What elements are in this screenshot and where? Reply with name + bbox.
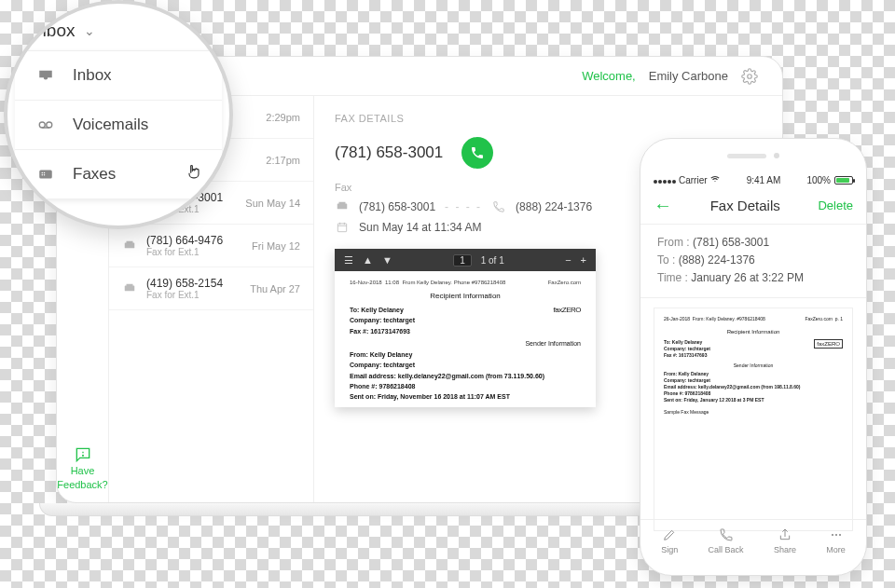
user-name: Emily Carbone bbox=[649, 69, 728, 83]
faxzero-logo: faxZERO bbox=[554, 306, 581, 316]
doc-sidebar-icon[interactable]: ☰ bbox=[344, 254, 353, 267]
svg-point-16 bbox=[39, 122, 45, 128]
feedback-label: Have Feedback? bbox=[57, 465, 107, 489]
fax-icon bbox=[122, 282, 137, 295]
inbox-dropdown-menu: Inbox Voicemails Faxes bbox=[15, 50, 222, 199]
svg-point-19 bbox=[42, 172, 44, 174]
phone-hardware-top bbox=[640, 139, 866, 172]
phone-title: Fax Details bbox=[710, 198, 780, 213]
doc-page-up-icon[interactable]: ▲ bbox=[363, 254, 373, 266]
signal-icon bbox=[654, 175, 677, 185]
magnifier-overlay: Inbox ⌄ Inbox Voicemails Faxes bbox=[4, 0, 233, 229]
list-number: (781) 664-9476 bbox=[146, 234, 223, 247]
phone-status-bar: Carrier 9:41 AM 100% bbox=[640, 172, 866, 187]
fax-document-preview[interactable]: ☰ ▲ ▼ 1 1 of 1 − + 16-Nov-2018 bbox=[335, 249, 596, 407]
welcome-text: Welcome, bbox=[582, 69, 636, 83]
fax-icon bbox=[122, 239, 137, 253]
svg-point-2 bbox=[82, 456, 83, 457]
detail-datetime: Sun May 14 at 11:34 AM bbox=[359, 221, 481, 234]
chevron-down-icon: ⌄ bbox=[84, 23, 95, 38]
gear-icon[interactable] bbox=[741, 68, 758, 85]
list-number: (419) 658-2154 bbox=[146, 277, 223, 290]
carrier-label: Carrier bbox=[679, 175, 708, 185]
battery-icon bbox=[834, 176, 853, 185]
fax-icon bbox=[34, 166, 58, 183]
pencil-icon bbox=[661, 527, 678, 542]
list-time: 2:17pm bbox=[266, 155, 300, 166]
tab-sign[interactable]: Sign bbox=[661, 527, 678, 554]
svg-rect-12 bbox=[127, 283, 133, 285]
feedback-icon bbox=[74, 445, 92, 460]
more-icon bbox=[828, 527, 845, 542]
back-button[interactable]: ← bbox=[654, 195, 672, 216]
phone-tab-bar: Sign Call Back Share More bbox=[640, 519, 866, 562]
svg-point-17 bbox=[47, 122, 52, 128]
detail-section-title: FAX DETAILS bbox=[335, 113, 762, 124]
feedback-link[interactable]: Have Feedback? bbox=[56, 434, 112, 502]
svg-point-0 bbox=[748, 74, 752, 78]
svg-point-21 bbox=[42, 174, 44, 176]
status-time: 9:41 AM bbox=[747, 175, 781, 185]
phone-doc-preview[interactable]: 26-Jan-2018 From: Kelly Delaney. #978621… bbox=[654, 308, 853, 531]
dropdown-item-label: Inbox bbox=[73, 66, 112, 85]
fax-icon bbox=[335, 200, 350, 213]
phone-icon bbox=[491, 200, 506, 213]
list-sub: Fax for Ext.1 bbox=[146, 247, 223, 257]
list-item[interactable]: (419) 658-2154Fax for Ext.1 Thu Apr 27 bbox=[109, 267, 313, 310]
faxzero-logo: faxZERO bbox=[814, 339, 843, 349]
svg-point-24 bbox=[834, 534, 836, 536]
doc-zoom-in-icon[interactable]: + bbox=[581, 254, 586, 266]
share-icon bbox=[777, 527, 793, 542]
svg-point-22 bbox=[44, 174, 46, 176]
svg-rect-14 bbox=[339, 202, 346, 204]
dropdown-item-voicemails[interactable]: Voicemails bbox=[15, 101, 222, 150]
delete-button[interactable]: Delete bbox=[818, 198, 853, 212]
wifi-icon bbox=[709, 174, 721, 185]
doc-body: 16-Nov-2018 11:08 From Kelly Delaney. Ph… bbox=[335, 271, 596, 407]
doc-zoom-out-icon[interactable]: − bbox=[565, 254, 571, 266]
tab-callback[interactable]: Call Back bbox=[709, 527, 744, 554]
doc-sender-title: Sender Information bbox=[350, 339, 581, 348]
detail-from-number: (781) 658-3001 bbox=[359, 200, 435, 213]
svg-rect-18 bbox=[39, 171, 52, 179]
tab-more[interactable]: More bbox=[826, 527, 846, 554]
svg-point-23 bbox=[831, 534, 833, 536]
mobile-app: Carrier 9:41 AM 100% ← Fax Details Delet… bbox=[640, 138, 867, 576]
list-time: Thu Apr 27 bbox=[250, 283, 300, 294]
dropdown-item-faxes[interactable]: Faxes bbox=[15, 150, 222, 199]
list-time: Sun May 14 bbox=[245, 198, 300, 209]
list-item[interactable]: (781) 664-9476Fax for Ext.1 Fri May 12 bbox=[109, 225, 313, 267]
doc-recipient-title: Recipient Information bbox=[350, 292, 581, 302]
doc-toolbar: ☰ ▲ ▼ 1 1 of 1 − + bbox=[335, 249, 596, 271]
doc-page-indicator: 1 of 1 bbox=[481, 255, 504, 266]
inbox-icon bbox=[34, 67, 58, 84]
svg-rect-13 bbox=[337, 204, 348, 210]
svg-rect-11 bbox=[125, 285, 135, 291]
list-sub: Fax for Ext.1 bbox=[146, 290, 223, 300]
dropdown-item-label: Faxes bbox=[73, 165, 116, 184]
svg-point-25 bbox=[838, 534, 840, 536]
phone-icon bbox=[718, 527, 735, 542]
dropdown-item-label: Voicemails bbox=[73, 116, 148, 134]
svg-rect-15 bbox=[337, 224, 346, 232]
list-time: Fri May 12 bbox=[252, 240, 300, 252]
call-button[interactable] bbox=[461, 137, 493, 169]
battery-percent: 100% bbox=[806, 175, 831, 185]
phone-meta: From : (781) 658-3001 To : (888) 224-137… bbox=[640, 225, 866, 298]
cursor-pointer-icon bbox=[185, 163, 203, 182]
list-time: 2:29pm bbox=[266, 112, 300, 123]
dropdown-item-inbox[interactable]: Inbox bbox=[15, 51, 222, 101]
svg-rect-9 bbox=[125, 242, 135, 248]
phone-header: ← Fax Details Delete bbox=[640, 187, 866, 225]
voicemail-icon bbox=[34, 116, 58, 133]
arrow-icon: - - - - bbox=[445, 200, 482, 213]
tab-share[interactable]: Share bbox=[774, 527, 796, 554]
detail-to-number: (888) 224-1376 bbox=[516, 200, 592, 213]
detail-primary-number: (781) 658-3001 bbox=[335, 144, 443, 162]
svg-point-20 bbox=[44, 172, 46, 174]
doc-page-down-icon[interactable]: ▼ bbox=[382, 254, 392, 266]
svg-rect-10 bbox=[127, 240, 133, 242]
calendar-icon bbox=[335, 221, 350, 234]
